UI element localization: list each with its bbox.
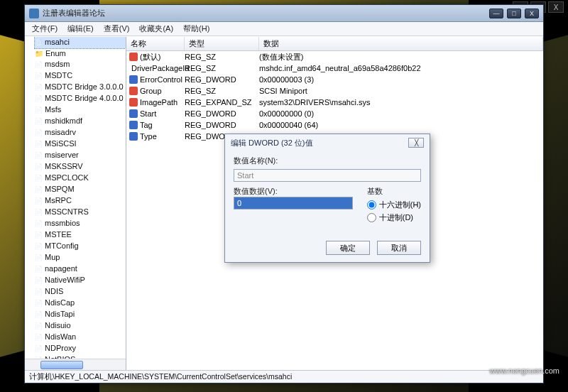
- tree-item-mspqm[interactable]: MSPQM: [35, 184, 126, 195]
- value-name: (默认): [140, 52, 160, 62]
- bg-close-button[interactable]: X: [548, 1, 564, 13]
- value-type: REG_SZ: [185, 87, 259, 95]
- window-title: 注册表编辑器论坛: [43, 8, 105, 18]
- menu-edit[interactable]: 编辑(E): [63, 23, 98, 35]
- cancel-button[interactable]: 取消: [377, 241, 421, 255]
- edit-dword-dialog: 编辑 DWORD (32 位)值 ╳ 数值名称(N): 数值数据(V): 基数 …: [224, 134, 430, 263]
- col-type[interactable]: 类型: [185, 37, 259, 50]
- titlebar[interactable]: 注册表编辑器论坛 — □ X: [25, 5, 543, 22]
- value-data-label: 数值数据(V):: [234, 187, 278, 195]
- value-row[interactable]: ImagePathREG_EXPAND_SZsystem32\DRIVERS\m…: [126, 97, 543, 108]
- tree-item-ndiscap[interactable]: NdisCap: [35, 298, 126, 309]
- value-row[interactable]: TagREG_DWORD0x00000040 (64): [126, 119, 543, 131]
- string-value-icon: [129, 87, 138, 95]
- tree-item-msiserver[interactable]: msiserver: [35, 150, 126, 161]
- value-name: ImagePath: [140, 98, 178, 107]
- tree-item-msdtc[interactable]: MSDTC: [35, 70, 126, 82]
- value-name: Start: [140, 109, 156, 118]
- value-name: ErrorControl: [140, 75, 182, 84]
- statusbar-path: 计算机\HKEY_LOCAL_MACHINE\SYSTEM\CurrentCon…: [25, 370, 543, 383]
- string-value-icon: [129, 53, 138, 61]
- tree-item-msisadrv[interactable]: msisadrv: [35, 127, 126, 138]
- value-row[interactable]: (默认)REG_SZ(数值未设置): [126, 51, 543, 62]
- value-data: (数值未设置): [259, 52, 543, 62]
- radio-dec-label: 十进制(D): [379, 212, 413, 223]
- menu-help[interactable]: 帮助(H): [179, 23, 214, 35]
- menu-favorites[interactable]: 收藏夹(A): [135, 23, 178, 35]
- value-type: REG_SZ: [185, 53, 259, 61]
- string-value-icon: [129, 98, 138, 107]
- value-data: 0x00000000 (0): [259, 109, 543, 118]
- value-name: Group: [140, 87, 162, 95]
- value-type: REG_DWORD: [185, 109, 259, 118]
- tree-item-msahci[interactable]: msahci: [35, 37, 126, 48]
- tree-item-msiscsi[interactable]: MSiSCSI: [35, 138, 126, 150]
- value-row[interactable]: GroupREG_SZSCSI Miniport: [126, 85, 543, 97]
- value-row[interactable]: ErrorControlREG_DWORD0x00000003 (3): [126, 74, 543, 85]
- value-data: 0x00000040 (64): [259, 121, 543, 129]
- value-name: Tag: [140, 121, 153, 129]
- value-data: SCSI Miniport: [259, 87, 543, 95]
- radio-hex-label: 十六进制(H): [379, 200, 421, 210]
- tree-item-ndis[interactable]: NDIS: [35, 286, 126, 298]
- menubar: 文件(F) 编辑(E) 查看(V) 收藏夹(A) 帮助(H): [25, 22, 543, 36]
- tree-item-ndproxy[interactable]: NDProxy: [35, 343, 126, 354]
- tree-scroll-thumb[interactable]: [40, 361, 83, 369]
- close-button[interactable]: X: [525, 9, 539, 18]
- value-type: REG_EXPAND_SZ: [185, 98, 259, 107]
- value-name-input: [234, 169, 421, 182]
- tree-horizontal-scrollbar[interactable]: [25, 359, 126, 370]
- tree-item-mskssrv[interactable]: MSKSSRV: [35, 161, 126, 173]
- minimize-button[interactable]: —: [489, 9, 503, 18]
- watermark: www.nongcuen.com: [490, 366, 559, 375]
- value-type: REG_DWORD: [185, 75, 259, 84]
- tree-item-msdtc-bridge-4-0-0-0[interactable]: MSDTC Bridge 4.0.0.0: [35, 93, 126, 104]
- base-label: 基数: [367, 187, 383, 195]
- dword-value-icon: [129, 109, 138, 118]
- tree-item-mssmbios[interactable]: mssmbios: [35, 218, 126, 229]
- tree-item-nativewifip[interactable]: NativeWifiP: [35, 275, 126, 286]
- radio-hex-input[interactable]: [367, 200, 376, 209]
- value-row[interactable]: DriverPackageIdREG_SZmshdc.inf_amd64_neu…: [126, 62, 543, 74]
- ok-button[interactable]: 确定: [326, 241, 370, 255]
- tree-item-msfs[interactable]: Msfs: [35, 104, 126, 116]
- value-data: system32\DRIVERS\msahci.sys: [259, 98, 543, 107]
- list-header: 名称 类型 数据: [126, 37, 543, 51]
- tree-item-napagent[interactable]: napagent: [35, 263, 126, 275]
- value-data: mshdc.inf_amd64_neutral_a69a58a4286f0b22: [259, 64, 543, 72]
- dialog-title: 编辑 DWORD (32 位)值: [231, 138, 313, 148]
- menu-file[interactable]: 文件(F): [28, 23, 62, 35]
- tree-item-enum[interactable]: Enum: [35, 48, 126, 59]
- tree-item-ndisuio[interactable]: Ndisuio: [35, 320, 126, 332]
- radio-dec-input[interactable]: [367, 213, 376, 222]
- tree-item-ndiswan[interactable]: NdisWan: [35, 332, 126, 343]
- tree-item-msdtc-bridge-3-0-0-0[interactable]: MSDTC Bridge 3.0.0.0: [35, 82, 126, 93]
- tree-item-mshidkmdf[interactable]: mshidkmdf: [35, 116, 126, 127]
- tree-item-mspclock[interactable]: MSPCLOCK: [35, 173, 126, 184]
- tree-item-mtconfig[interactable]: MTConfig: [35, 241, 126, 252]
- dialog-titlebar[interactable]: 编辑 DWORD (32 位)值 ╳: [225, 134, 430, 151]
- tree-item-msdsm[interactable]: msdsm: [35, 59, 126, 70]
- col-data[interactable]: 数据: [259, 37, 543, 50]
- col-name[interactable]: 名称: [126, 37, 185, 50]
- tree-item-ndistapi[interactable]: NdisTapi: [35, 309, 126, 320]
- registry-tree[interactable]: msahciEnummsdsmMSDTCMSDTC Bridge 3.0.0.0…: [25, 37, 126, 370]
- value-row[interactable]: StartREG_DWORD0x00000000 (0): [126, 108, 543, 119]
- menu-view[interactable]: 查看(V): [99, 23, 134, 35]
- value-type: REG_SZ: [185, 64, 259, 72]
- tree-item-mup[interactable]: Mup: [35, 252, 126, 263]
- dword-value-icon: [129, 75, 138, 84]
- dialog-close-button[interactable]: ╳: [408, 138, 424, 148]
- value-type: REG_DWORD: [185, 121, 259, 129]
- value-name: DriverPackageId: [131, 64, 189, 72]
- radio-hex[interactable]: 十六进制(H): [367, 200, 421, 210]
- value-name-label: 数值名称(N):: [234, 156, 421, 166]
- value-name: Type: [140, 132, 157, 141]
- tree-item-mstee[interactable]: MSTEE: [35, 229, 126, 241]
- tree-item-msrpc[interactable]: MsRPC: [35, 195, 126, 207]
- value-data-input[interactable]: [234, 197, 353, 209]
- maximize-button[interactable]: □: [507, 9, 521, 18]
- dword-value-icon: [129, 132, 138, 141]
- radio-dec[interactable]: 十进制(D): [367, 212, 421, 223]
- tree-item-msscntrs[interactable]: MSSCNTRS: [35, 207, 126, 218]
